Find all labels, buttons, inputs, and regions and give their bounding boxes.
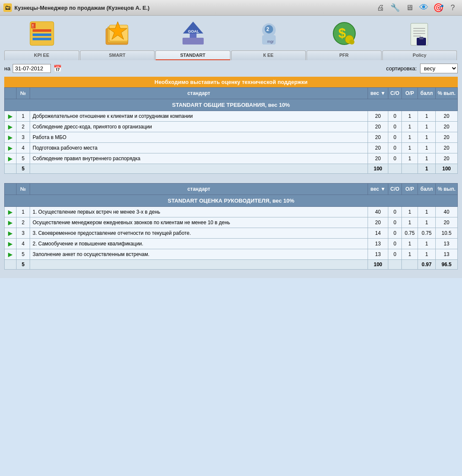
total2-op-empty xyxy=(402,260,418,270)
row1-num: 1 xyxy=(17,111,30,122)
row4-play[interactable]: ▶ xyxy=(5,143,17,153)
row2-co: 0 xyxy=(388,122,402,132)
tab-icon-pfr[interactable]: $ xyxy=(307,18,382,49)
row2-op: 1 xyxy=(402,122,418,132)
kpi-icon: ! xyxy=(28,20,55,47)
row2-ves: 20 xyxy=(368,122,388,132)
th1-vyp: % вып. xyxy=(436,88,458,99)
t2row3-op: 0.75 xyxy=(402,228,418,239)
row3-play[interactable]: ▶ xyxy=(5,132,17,143)
th2-vyp: % вып. xyxy=(436,184,458,195)
th1-op: О/Р xyxy=(402,88,418,99)
table-row: ▶ 4 Подготовка рабочего места 20 0 1 1 2… xyxy=(5,143,458,153)
t2row4-vyp: 13 xyxy=(436,239,458,249)
calendar-icon[interactable]: 📅 xyxy=(53,64,62,72)
row3-num: 3 xyxy=(17,132,30,143)
row5-num: 5 xyxy=(17,153,30,164)
t2row5-ves: 13 xyxy=(368,249,388,260)
t2row1-op: 1 xyxy=(402,207,418,217)
alert-text: Необходимо выставить оценку технической … xyxy=(155,79,307,85)
th1-ball: балл xyxy=(418,88,436,99)
total1-co-empty xyxy=(388,164,402,174)
t2row3-play[interactable]: ▶ xyxy=(5,228,17,239)
monitor-icon[interactable]: 🖥 xyxy=(404,2,415,14)
table-row: ▶ 4 2. Самообучение и повышение квалифик… xyxy=(5,239,458,249)
tab-policy[interactable]: Policy xyxy=(382,50,457,60)
record-icon[interactable]: 🎯 xyxy=(432,2,444,14)
tab-kpi[interactable]: KPI ЕЕ xyxy=(4,50,79,60)
tab-icon-smart[interactable] xyxy=(80,18,156,49)
total2-ves: 100 xyxy=(368,260,388,270)
t2row2-play[interactable]: ▶ xyxy=(5,217,17,228)
t2row3-num: 3 xyxy=(17,228,30,239)
row4-co: 0 xyxy=(388,143,402,153)
table1-section: № стандарт вес ▼ С/О О/Р балл % вып. STA… xyxy=(4,87,458,174)
sort-select[interactable]: весу номеру названию xyxy=(420,64,458,73)
filter-bar: на 📅 сортировка: весу номеру названию xyxy=(4,64,458,73)
date-input[interactable] xyxy=(13,64,51,73)
tab-icon-policy[interactable] xyxy=(382,18,458,49)
t2row5-play[interactable]: ▶ xyxy=(5,249,17,260)
row1-ves: 20 xyxy=(368,111,388,122)
filter-left: на 📅 xyxy=(4,64,62,73)
row2-play[interactable]: ▶ xyxy=(5,122,17,132)
print-icon[interactable]: 🖨 xyxy=(375,2,387,14)
svg-text:2: 2 xyxy=(266,26,269,32)
eye-icon[interactable]: 👁 xyxy=(418,2,430,14)
table1-group-header: STANDART ОБЩИЕ ТРЕБОВАНИЯ, вес 10% xyxy=(5,99,458,111)
svg-rect-13 xyxy=(190,33,196,38)
toolbar-icons: 🖨 🔧 🖥 👁 🎯 ? xyxy=(375,2,459,14)
icons-row: ! GOAL xyxy=(4,18,458,49)
tab-standart[interactable]: STANDART xyxy=(155,50,230,60)
table1-header: № стандарт вес ▼ С/О О/Р балл % вып. xyxy=(5,88,458,99)
total1-op-empty xyxy=(402,164,418,174)
th1-co: С/О xyxy=(388,88,402,99)
tab-kee[interactable]: К ЕЕ xyxy=(231,50,306,60)
table-row: ▶ 5 Заполнение анкет по осуществленным в… xyxy=(5,249,458,260)
title-bar: 🗂 Кузнецы-Менеджер по продажам (Кузнецов… xyxy=(0,0,462,16)
svg-point-22 xyxy=(349,39,354,45)
app-title: Кузнецы-Менеджер по продажам (Кузнецов А… xyxy=(14,5,149,11)
th1-arrow xyxy=(5,88,17,99)
svg-rect-3 xyxy=(33,38,51,40)
row5-play[interactable]: ▶ xyxy=(5,153,17,164)
tab-icon-kpi[interactable]: ! xyxy=(4,18,80,49)
t2row4-standart: 2. Самообучение и повышение квалификации… xyxy=(30,239,368,249)
row5-standart: Соблюдение правил внутреннего распорядка xyxy=(30,153,368,164)
tab-pfr[interactable]: PFR xyxy=(307,50,382,60)
t2row2-num: 2 xyxy=(17,217,30,228)
t2row3-ball: 0.75 xyxy=(418,228,436,239)
t2row1-ves: 40 xyxy=(368,207,388,217)
row3-op: 1 xyxy=(402,132,418,143)
t2row5-op: 1 xyxy=(402,249,418,260)
t2row2-standart: Осуществление менеджером ежедневных звон… xyxy=(30,217,368,228)
t2row4-ves: 13 xyxy=(368,239,388,249)
total2-co-empty xyxy=(388,260,402,270)
t2row4-op: 1 xyxy=(402,239,418,249)
row1-play[interactable]: ▶ xyxy=(5,111,17,122)
t2row5-co: 0 xyxy=(388,249,402,260)
table1-total: 5 100 1 100 xyxy=(5,164,458,174)
row5-ves: 20 xyxy=(368,153,388,164)
tab-icon-standart[interactable]: GOAL xyxy=(155,18,231,49)
tab-smart[interactable]: SMART xyxy=(80,50,155,60)
t2row3-co: 0 xyxy=(388,228,402,239)
row2-standart: Соблюдение дресс-кода, принятого в орган… xyxy=(30,122,368,132)
help-icon[interactable]: ? xyxy=(447,2,459,14)
t2row4-ball: 1 xyxy=(418,239,436,249)
tab-icon-kee[interactable]: 2 mgr xyxy=(231,18,307,49)
settings-icon[interactable]: 🔧 xyxy=(389,2,401,14)
table-row: ▶ 5 Соблюдение правил внутреннего распор… xyxy=(5,153,458,164)
t2row1-play[interactable]: ▶ xyxy=(5,207,17,217)
row5-vyp: 20 xyxy=(436,153,458,164)
table2-group-title: STANDART ОЦЕНКА РУКОВОДИТЕЛЯ, вес 10% xyxy=(5,195,458,207)
app-icon: 🗂 xyxy=(3,3,12,12)
nav-area: ! GOAL xyxy=(0,16,462,60)
row3-ves: 20 xyxy=(368,132,388,143)
section-gap xyxy=(4,179,458,183)
t2row4-play[interactable]: ▶ xyxy=(5,239,17,249)
svg-text:!: ! xyxy=(32,24,33,28)
t2row1-vyp: 40 xyxy=(436,207,458,217)
row3-co: 0 xyxy=(388,132,402,143)
policy-icon xyxy=(407,20,434,47)
